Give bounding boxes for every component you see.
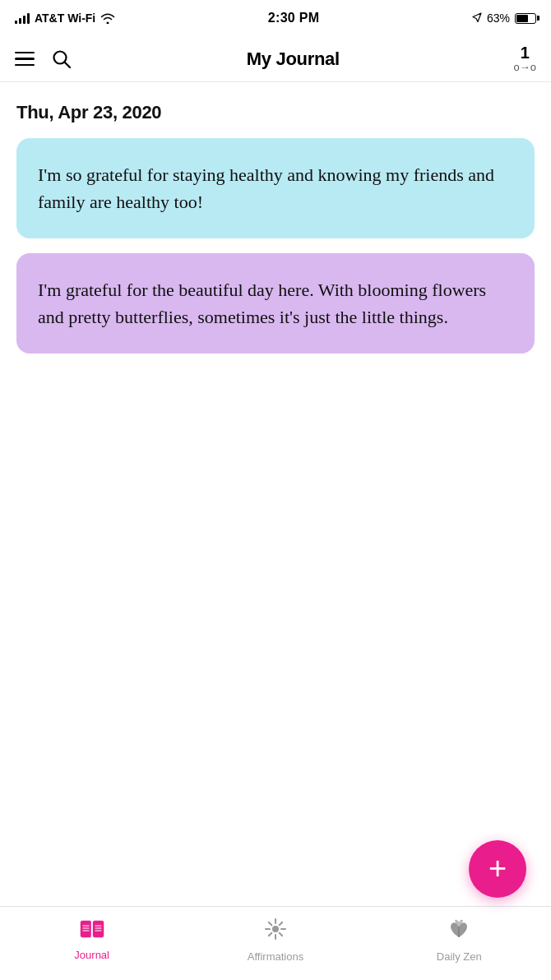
tab-bar: Journal Affirmations bbox=[0, 906, 551, 980]
main-content: Thu, Apr 23, 2020 I'm so grateful for st… bbox=[0, 82, 551, 467]
tab-daily-zen[interactable]: Daily Zen bbox=[368, 916, 551, 963]
carrier-label: AT&T Wi-Fi bbox=[35, 12, 95, 25]
add-entry-button[interactable]: + bbox=[469, 840, 526, 898]
location-icon bbox=[472, 12, 482, 24]
tab-affirmations-label: Affirmations bbox=[248, 950, 303, 963]
nav-count-container: 1 o→o bbox=[514, 44, 536, 73]
status-time: 2:30 PM bbox=[268, 11, 320, 25]
status-right: 63% bbox=[472, 12, 536, 25]
battery-icon bbox=[515, 13, 536, 24]
top-nav: My Journal 1 o→o bbox=[0, 36, 551, 82]
journal-card-1[interactable]: I'm so grateful for staying healthy and … bbox=[16, 138, 535, 238]
tab-journal[interactable]: Journal bbox=[0, 918, 183, 961]
battery-percent: 63% bbox=[487, 12, 510, 25]
affirmations-icon bbox=[262, 916, 289, 946]
svg-point-11 bbox=[272, 926, 279, 932]
nav-left bbox=[15, 49, 72, 70]
svg-rect-2 bbox=[81, 921, 91, 937]
journal-card-2[interactable]: I'm grateful for the beautiful day here.… bbox=[16, 253, 535, 354]
tab-daily-zen-label: Daily Zen bbox=[437, 950, 482, 963]
journal-icon bbox=[79, 918, 105, 945]
menu-button[interactable] bbox=[15, 52, 35, 67]
page-title: My Journal bbox=[247, 49, 340, 70]
status-bar: AT&T Wi-Fi 2:30 PM 63% bbox=[0, 0, 551, 36]
signal-icon bbox=[15, 12, 30, 24]
entry-count: 1 bbox=[521, 44, 530, 61]
date-heading: Thu, Apr 23, 2020 bbox=[16, 102, 535, 123]
search-button[interactable] bbox=[51, 49, 72, 70]
svg-line-16 bbox=[269, 922, 272, 926]
tab-journal-label: Journal bbox=[74, 949, 109, 961]
daily-zen-icon bbox=[446, 916, 472, 946]
svg-line-17 bbox=[280, 933, 283, 936]
wifi-icon bbox=[100, 12, 115, 24]
tab-affirmations[interactable]: Affirmations bbox=[183, 916, 367, 963]
journal-card-1-text: I'm so grateful for staying healthy and … bbox=[38, 161, 513, 215]
svg-line-1 bbox=[65, 62, 71, 67]
svg-line-19 bbox=[269, 933, 272, 936]
svg-rect-3 bbox=[93, 921, 104, 937]
svg-line-18 bbox=[280, 922, 283, 926]
journal-card-2-text: I'm grateful for the beautiful day here.… bbox=[38, 276, 513, 331]
plus-icon: + bbox=[488, 853, 507, 884]
status-left: AT&T Wi-Fi bbox=[15, 12, 115, 25]
nav-arrows: o→o bbox=[514, 61, 536, 73]
